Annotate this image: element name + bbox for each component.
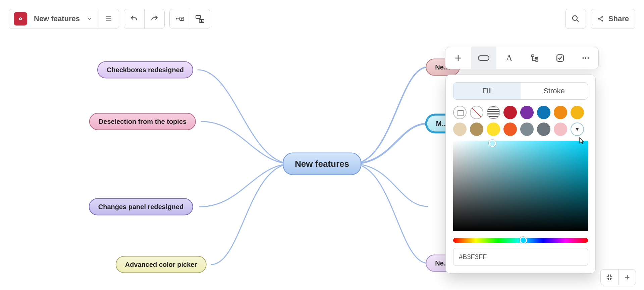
- swatch-color[interactable]: [487, 123, 500, 136]
- hamburger-button[interactable]: [99, 9, 119, 29]
- swatch-color[interactable]: [554, 123, 567, 136]
- plus-icon: [454, 54, 463, 62]
- more-icon: [581, 54, 590, 62]
- share-label: Share: [608, 14, 629, 23]
- swatch-color[interactable]: [520, 106, 534, 119]
- swatch-pattern[interactable]: [487, 106, 500, 119]
- checkbox-icon: [556, 54, 565, 62]
- text-icon: A: [506, 53, 513, 63]
- swatch-more[interactable]: [571, 123, 584, 136]
- svg-rect-17: [458, 110, 463, 116]
- svg-rect-3: [196, 15, 201, 18]
- tab-stroke[interactable]: Stroke: [521, 83, 588, 99]
- mindmap-node[interactable]: Advanced color picker: [116, 256, 207, 273]
- svg-rect-12: [535, 60, 538, 61]
- add-sibling-button[interactable]: [170, 9, 190, 29]
- ctx-more-button[interactable]: [573, 47, 598, 69]
- color-popover: Fill Stroke: [445, 75, 596, 274]
- svg-point-15: [585, 57, 586, 59]
- ctx-add-button[interactable]: [445, 47, 471, 69]
- swatch-transparent[interactable]: [453, 106, 467, 119]
- swatch-color[interactable]: [503, 106, 517, 119]
- svg-point-14: [582, 57, 584, 59]
- swatch-color[interactable]: [470, 123, 483, 136]
- ctx-structure-button[interactable]: [522, 47, 547, 69]
- add-child-button[interactable]: [190, 9, 210, 29]
- ctx-text-button[interactable]: A: [496, 47, 522, 69]
- svg-point-5: [573, 16, 577, 20]
- zoom-in-button[interactable]: [618, 270, 636, 285]
- swatch-color[interactable]: [571, 106, 584, 119]
- mindmap-node[interactable]: Deselection from the topics: [89, 113, 196, 130]
- swatch-grid: [453, 106, 588, 136]
- hex-input[interactable]: [453, 248, 588, 266]
- fit-to-screen-button[interactable]: [601, 270, 618, 285]
- swatch-color[interactable]: [520, 123, 534, 136]
- structure-icon: [530, 54, 539, 62]
- plus-icon: [624, 274, 631, 281]
- swatch-color[interactable]: [554, 106, 567, 119]
- mindmap-node[interactable]: New features: [283, 153, 361, 175]
- ctx-shape-button[interactable]: [471, 47, 496, 69]
- svg-point-1: [176, 18, 177, 19]
- search-button[interactable]: [566, 9, 586, 29]
- mindmap-node[interactable]: Changes panel redesigned: [89, 198, 193, 215]
- svg-rect-9: [478, 56, 489, 60]
- node-context-toolbar: A: [445, 47, 599, 69]
- fill-stroke-toggle: Fill Stroke: [453, 82, 588, 100]
- redo-button[interactable]: [144, 9, 164, 29]
- svg-point-0: [20, 18, 21, 19]
- hue-slider[interactable]: [453, 238, 588, 243]
- share-icon: [597, 15, 604, 22]
- compress-icon: [606, 274, 613, 281]
- ctx-check-button[interactable]: [547, 47, 573, 69]
- top-toolbar-right: Share: [565, 9, 635, 29]
- undo-button[interactable]: [124, 9, 144, 29]
- tab-fill[interactable]: Fill: [453, 83, 521, 99]
- swatch-color[interactable]: [537, 123, 550, 136]
- top-toolbar: New features: [9, 9, 210, 29]
- share-button[interactable]: Share: [591, 9, 635, 29]
- app-logo: [14, 12, 27, 26]
- chevron-down-icon: [87, 16, 93, 22]
- swatch-color[interactable]: [537, 106, 550, 119]
- svg-point-16: [587, 57, 589, 59]
- svg-rect-10: [531, 55, 534, 56]
- mindmap-node[interactable]: Checkboxes redesigned: [97, 61, 193, 79]
- search-icon: [571, 14, 580, 23]
- saturation-value-picker[interactable]: [453, 141, 588, 231]
- swatch-color[interactable]: [453, 123, 467, 136]
- shape-icon: [477, 54, 490, 62]
- swatch-color[interactable]: [503, 123, 517, 136]
- view-controls: [600, 269, 636, 285]
- swatch-none[interactable]: [470, 106, 483, 119]
- doc-menu[interactable]: New features: [9, 9, 119, 29]
- svg-rect-11: [535, 57, 538, 59]
- doc-title: New features: [34, 14, 80, 23]
